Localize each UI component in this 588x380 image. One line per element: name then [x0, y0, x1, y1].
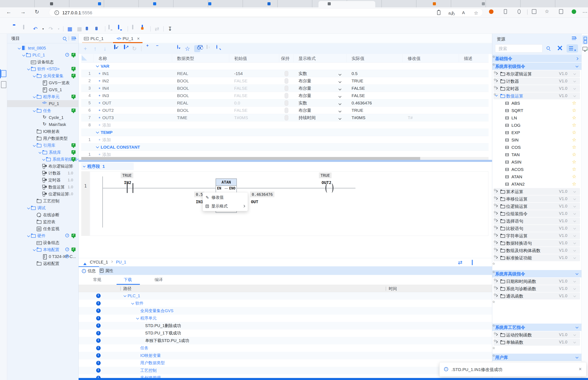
chevron-down-icon[interactable]: [17, 46, 21, 50]
version-chevron-icon[interactable]: [573, 333, 576, 336]
log-row[interactable]: PLC_1: [79, 292, 492, 300]
resource-row[interactable]: 数值运算 V1.0 ☆: [493, 92, 580, 99]
chevron-down-icon[interactable]: [42, 157, 46, 161]
favorite-star-icon[interactable]: ☆: [492, 324, 495, 327]
move-down-icon[interactable]: ↓: [102, 45, 108, 52]
resource-row[interactable]: LN ☆: [492, 114, 581, 122]
chevron-down-icon[interactable]: [136, 354, 140, 357]
redo-caret-icon[interactable]: ▾: [57, 25, 60, 32]
collapse-sort-icon[interactable]: [71, 37, 76, 40]
subtab-compile[interactable]: 编译: [151, 277, 167, 283]
variable-row[interactable]: TEMP: [81, 129, 489, 136]
resource-row[interactable]: 串移位运算 V1.0 ☆: [493, 195, 580, 202]
collapse-all-icon[interactable]: [572, 37, 576, 40]
col-type[interactable]: 数据类型: [172, 54, 229, 62]
project-panel-icon[interactable]: [1, 70, 6, 77]
chevron-down-icon[interactable]: [141, 324, 145, 327]
subtab-general[interactable]: 常规: [89, 277, 105, 283]
tree-item[interactable]: 全局变量集: [7, 72, 78, 79]
version-chevron-icon[interactable]: [573, 341, 576, 343]
download-to-plc-icon[interactable]: ↓: [86, 25, 92, 32]
url-text[interactable]: 127.0.0.1:5556: [62, 10, 92, 16]
favorite-star-icon[interactable]: ☆: [572, 122, 576, 128]
tab-plc1[interactable]: PLC_1: [84, 35, 104, 42]
col-keep[interactable]: 保持: [279, 54, 294, 62]
resource-row[interactable]: ☆: [492, 262, 581, 270]
panel-splitter[interactable]: [79, 160, 492, 162]
browser-active-tab[interactable]: [318, 1, 375, 7]
resource-row[interactable]: 算术运算 V1.0 ☆: [493, 188, 580, 195]
cell-type[interactable]: REAL: [172, 71, 229, 76]
resource-row[interactable]: 位组装指令 V1.0 ☆: [493, 210, 580, 217]
tree-item[interactable]: GVS_1: [7, 86, 78, 93]
tree-item[interactable]: PLC_1: [7, 52, 78, 58]
menu-item-display-format[interactable]: 显示格式: [203, 202, 248, 210]
favorite-star-icon[interactable]: ☆: [572, 174, 576, 179]
split-screen-icon[interactable]: [532, 9, 536, 14]
cell-init[interactable]: FALSE: [229, 78, 279, 83]
favorite-star-icon[interactable]: ☆: [572, 115, 576, 121]
col-actual[interactable]: 实际值: [347, 54, 403, 62]
favorite-star-icon[interactable]: ☆: [492, 270, 495, 274]
section-chevron-icon[interactable]: [575, 57, 578, 60]
section-chevron-icon[interactable]: [575, 326, 578, 328]
resources-search-input[interactable]: 搜索: [495, 44, 542, 53]
version-chevron-icon[interactable]: [573, 205, 576, 208]
output-var-label[interactable]: OUT: [251, 199, 258, 204]
tree-item[interactable]: 在线诊断: [7, 211, 78, 218]
cell-name[interactable]: 添加: [93, 152, 172, 157]
favorite-star-icon[interactable]: ☆: [572, 130, 576, 135]
reload-icon[interactable]: ↻: [35, 9, 39, 15]
resource-row[interactable]: 日期和时间函数 V1.0 ☆: [493, 278, 580, 285]
cell-name[interactable]: 添加: [93, 122, 172, 128]
cell-keep[interactable]: [279, 71, 294, 76]
chevron-down-icon[interactable]: [33, 220, 36, 224]
cell-format[interactable]: 布尔量: [294, 78, 347, 84]
scrollbar-thumb[interactable]: [81, 157, 420, 160]
resource-row[interactable]: 系统库初级指令 ☆: [492, 62, 581, 70]
resource-row[interactable]: 数据转换语句 V1.0 ☆: [493, 240, 580, 247]
cell-type[interactable]: BOOL: [172, 108, 229, 113]
chevron-down-icon[interactable]: [27, 67, 31, 71]
cell-format[interactable]: 实数: [294, 100, 347, 106]
export-icon[interactable]: [121, 45, 128, 52]
chevron-down-icon[interactable]: [38, 164, 42, 168]
chevron-down-icon[interactable]: [38, 122, 42, 127]
site-info-icon[interactable]: [54, 10, 59, 15]
log-row[interactable]: 任务: [79, 344, 492, 352]
favorite-star-icon[interactable]: ☆: [492, 354, 495, 357]
cell-name[interactable]: OUT3: [93, 115, 172, 120]
collections-icon[interactable]: [559, 9, 563, 14]
favorite-star-icon[interactable]: ☆: [492, 262, 495, 265]
favorites-filter-button[interactable]: [567, 44, 578, 53]
refresh-disabled-icon[interactable]: ↻: [131, 45, 138, 52]
version-chevron-icon[interactable]: [573, 242, 576, 244]
tree-item[interactable]: PU_1: [7, 100, 78, 107]
monitor-icon[interactable]: [118, 25, 124, 32]
chevron-down-icon[interactable]: [33, 95, 36, 99]
chevron-down-icon[interactable]: [123, 295, 128, 297]
grid-view-icon[interactable]: ▦: [67, 25, 73, 32]
version-chevron-icon[interactable]: [573, 80, 576, 82]
rung-canvas[interactable]: TRUE IN2 ATAN EN ENO 0.5 IN1 0.4636476 O…: [90, 171, 488, 236]
chevron-down-icon[interactable]: [83, 165, 86, 167]
cell-name[interactable]: IN2: [93, 78, 172, 83]
shuffle-disabled-icon[interactable]: ⇄: [154, 25, 160, 32]
resource-row[interactable]: 标准验证功能 V1.0 ☆: [493, 254, 580, 261]
favorite-star-icon[interactable]: ☆: [572, 152, 576, 157]
extension-icon-1[interactable]: [489, 9, 493, 14]
dropdown-chevron-icon[interactable]: [339, 95, 341, 97]
tree-item[interactable]: 布尔逻辑运算 1.0: [7, 163, 78, 170]
cell-actual[interactable]: T#0MS: [347, 115, 403, 120]
version-chevron-icon[interactable]: [573, 295, 576, 297]
tree-item[interactable]: 数值运算 1.0: [7, 184, 78, 190]
resource-row[interactable]: 系统库高级指令 ☆: [492, 270, 581, 277]
cell-actual[interactable]: TRUE: [347, 78, 403, 83]
tree-item[interactable]: 引用库: [7, 142, 78, 149]
cell-keep[interactable]: [279, 108, 294, 113]
coil-var-label[interactable]: OUT2: [322, 180, 331, 185]
chevron-down-icon[interactable]: [27, 234, 31, 238]
col-init[interactable]: 初始值: [229, 54, 279, 62]
variable-row[interactable]: 5 OUT REAL 0.0 实数 0.4636476: [81, 99, 489, 107]
cell-keep[interactable]: [279, 78, 294, 84]
